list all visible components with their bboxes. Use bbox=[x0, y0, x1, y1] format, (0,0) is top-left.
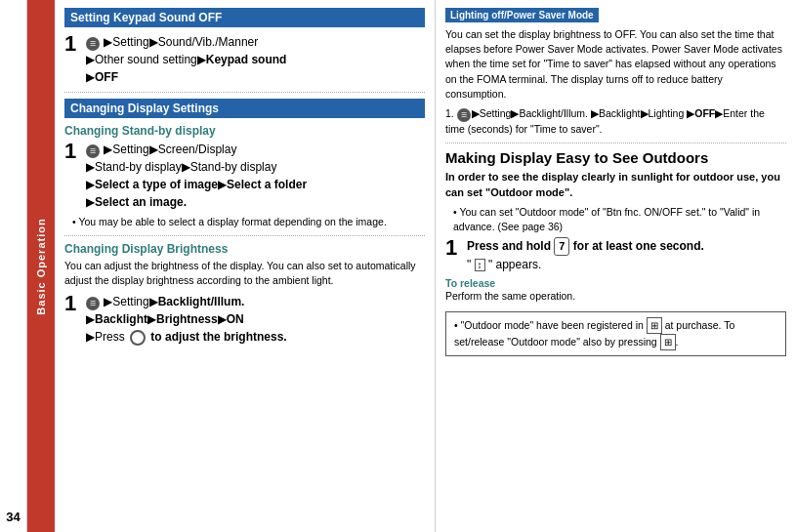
brightness-line3: ▶Press to adjust the brightness. bbox=[86, 330, 287, 344]
to-release-label: To release bbox=[445, 277, 786, 289]
outdoor-section: Making Display Easy to See Outdoors In o… bbox=[445, 149, 786, 356]
standby-line1: ▶Setting▶Screen/Display bbox=[104, 143, 236, 156]
brightness-line2: ▶Backlight▶Brightness▶ON bbox=[86, 312, 244, 326]
menu-icon-1: ☰ bbox=[86, 37, 100, 51]
sidebar-label: Basic Operation bbox=[35, 218, 47, 314]
keypad-line1: ▶Setting▶Sound/Vib./Manner bbox=[104, 35, 258, 49]
standby-line3: ▶Select a type of image▶Select a folder bbox=[86, 178, 307, 191]
keypad-line3: ▶OFF bbox=[86, 70, 118, 84]
lighting-description: You can set the display brightness to OF… bbox=[445, 27, 786, 102]
brightness-step-content: ☰ ▶Setting▶Backlight/Illum. ▶Backlight▶B… bbox=[86, 293, 425, 346]
keypad-step1-content: ☰ ▶Setting▶Sound/Vib./Manner ▶Other soun… bbox=[86, 33, 425, 86]
lighting-section: Lighting off/Power Saver Mode You can se… bbox=[445, 8, 786, 137]
keypad-sound-section: Setting Keypad Sound OFF 1 ☰ ▶Setting▶So… bbox=[64, 8, 425, 86]
brightness-description: You can adjust the brightness of the dis… bbox=[64, 259, 425, 288]
standby-subsection: Changing Stand-by display 1 ☰ ▶Setting▶S… bbox=[64, 124, 425, 229]
registered-icon: ⊞ bbox=[647, 317, 662, 334]
standby-step-num: 1 bbox=[64, 141, 80, 162]
outdoor-sub-text: " ↕ " appears. bbox=[467, 258, 541, 271]
display-settings-header: Changing Display Settings bbox=[64, 99, 425, 118]
keypad-line2: ▶Other sound setting▶Keypad sound bbox=[86, 53, 286, 66]
outdoor-step-text: Press and hold 7 for at least one second… bbox=[467, 239, 704, 253]
menu-icon-4: ☰ bbox=[457, 108, 471, 122]
lighting-badge: Lighting off/Power Saver Mode bbox=[445, 8, 599, 22]
divider-2 bbox=[64, 235, 425, 236]
outdoor-description-bold: In order to see the display clearly in s… bbox=[445, 170, 786, 200]
menu-icon-3: ☰ bbox=[86, 297, 100, 310]
left-column: Setting Keypad Sound OFF 1 ☰ ▶Setting▶So… bbox=[55, 0, 436, 532]
standby-line2: ▶Stand-by display▶Stand-by display bbox=[86, 160, 276, 174]
brightness-step-num: 1 bbox=[64, 293, 80, 314]
standby-note: • You may be able to select a display fo… bbox=[72, 215, 425, 229]
brightness-line1: ▶Setting▶Backlight/Illum. bbox=[104, 295, 244, 308]
display-settings-section: Changing Display Settings Changing Stand… bbox=[64, 99, 425, 346]
divider-1 bbox=[64, 92, 425, 93]
page-number: 34 bbox=[0, 0, 27, 532]
brightness-title: Changing Display Brightness bbox=[64, 242, 425, 256]
divider-3 bbox=[445, 143, 786, 143]
standby-step1: 1 ☰ ▶Setting▶Screen/Display ▶Stand-by di… bbox=[64, 141, 425, 211]
right-column: Lighting off/Power Saver Mode You can se… bbox=[436, 0, 796, 532]
brightness-step1: 1 ☰ ▶Setting▶Backlight/Illum. ▶Backlight… bbox=[64, 293, 425, 346]
outdoor-bullet1: • You can set "Outdoor mode" of "Btn fnc… bbox=[453, 205, 786, 233]
pressing-icon: ⊞ bbox=[660, 334, 676, 350]
standby-title: Changing Stand-by display bbox=[64, 124, 425, 138]
outdoor-title: Making Display Easy to See Outdoors bbox=[445, 149, 786, 166]
menu-icon-2: ☰ bbox=[86, 144, 100, 158]
key-7: 7 bbox=[554, 237, 569, 256]
outdoor-bottom-note: • "Outdoor mode" have been registered in… bbox=[445, 311, 786, 356]
outdoor-step1: 1 Press and hold 7 for at least one seco… bbox=[445, 237, 786, 273]
lighting-step1: 1. ☰▶Setting▶Backlight/Illum. ▶Backlight… bbox=[445, 106, 786, 137]
standby-step-content: ☰ ▶Setting▶Screen/Display ▶Stand-by disp… bbox=[86, 141, 425, 211]
to-release-text: Perform the same operation. bbox=[445, 289, 786, 304]
brightness-subsection: Changing Display Brightness You can adju… bbox=[64, 242, 425, 346]
outdoor-step-num: 1 bbox=[445, 237, 461, 259]
keypad-step1: 1 ☰ ▶Setting▶Sound/Vib./Manner ▶Other so… bbox=[64, 33, 425, 86]
step-number-1: 1 bbox=[64, 33, 80, 55]
standby-line4: ▶Select an image. bbox=[86, 195, 187, 209]
main-content: Setting Keypad Sound OFF 1 ☰ ▶Setting▶So… bbox=[55, 0, 796, 532]
keypad-sound-header: Setting Keypad Sound OFF bbox=[64, 8, 425, 27]
outdoor-step-content: Press and hold 7 for at least one second… bbox=[467, 237, 786, 273]
nav-circle bbox=[130, 330, 146, 346]
sidebar: Basic Operation bbox=[27, 0, 55, 532]
